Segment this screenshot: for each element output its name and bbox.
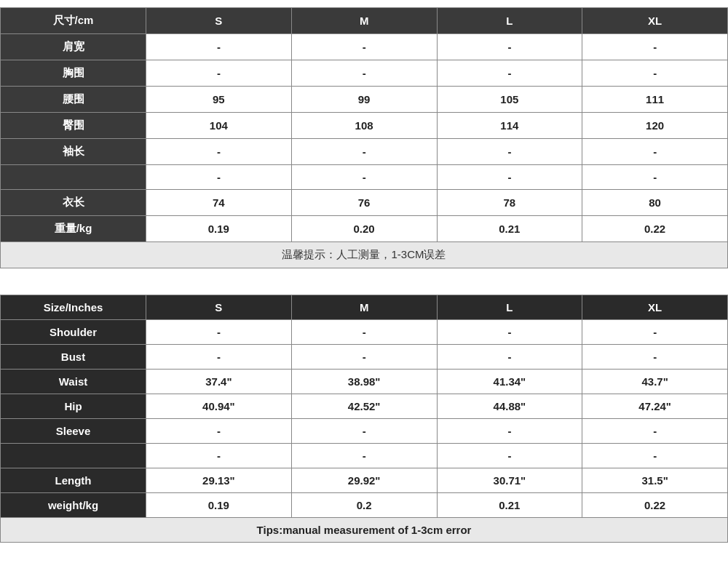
chinese-cell-5-xl: - xyxy=(582,165,728,190)
chinese-data-row: 臀围104108114120 xyxy=(1,113,728,139)
english-cell-7-l: 0.21 xyxy=(437,493,582,518)
english-tip-text: Tips:manual measurement of 1-3cm error xyxy=(1,518,728,543)
english-data-row: Shoulder---- xyxy=(1,320,728,345)
english-row-label: Hip xyxy=(1,394,146,419)
english-row-label: Length xyxy=(1,468,146,493)
chinese-cell-6-s: 74 xyxy=(146,190,292,216)
chinese-tip-row: 温馨提示：人工测量，1-3CM误差 xyxy=(1,242,728,268)
english-data-row: Hip40.94"42.52"44.88"47.24" xyxy=(1,394,728,419)
section-gap xyxy=(0,268,728,282)
chinese-row-label: 衣长 xyxy=(1,190,146,216)
chinese-data-row: 衣长74767880 xyxy=(1,190,728,216)
english-cell-0-m: - xyxy=(291,320,437,345)
chinese-data-row: 肩宽---- xyxy=(1,34,728,60)
chinese-row-label xyxy=(1,165,146,190)
english-cell-4-m: - xyxy=(291,419,437,444)
chinese-cell-1-xl: - xyxy=(582,60,728,87)
chinese-cell-4-s: - xyxy=(146,139,292,165)
english-cell-5-l: - xyxy=(437,444,582,468)
chinese-cell-1-s: - xyxy=(146,60,292,87)
chinese-row-label: 腰围 xyxy=(1,87,146,113)
chinese-cell-0-m: - xyxy=(291,34,437,60)
english-cell-6-l: 30.71" xyxy=(437,468,582,493)
chinese-cell-0-l: - xyxy=(437,34,582,60)
chinese-cell-7-m: 0.20 xyxy=(291,216,437,242)
english-row-label: Sleeve xyxy=(1,419,146,444)
chinese-cell-1-m: - xyxy=(291,60,437,87)
chinese-cell-2-l: 105 xyxy=(437,87,582,113)
english-data-row: Sleeve---- xyxy=(1,419,728,444)
english-cell-1-xl: - xyxy=(582,345,728,370)
chinese-data-row: 袖长---- xyxy=(1,139,728,165)
english-cell-3-xl: 47.24" xyxy=(582,394,728,419)
chinese-row-label: 肩宽 xyxy=(1,34,146,60)
english-cell-1-s: - xyxy=(146,345,292,370)
chinese-cell-6-l: 78 xyxy=(437,190,582,216)
english-header-m: M xyxy=(291,295,437,320)
chinese-data-row: 胸围---- xyxy=(1,60,728,87)
english-cell-0-s: - xyxy=(146,320,292,345)
chinese-header-m: M xyxy=(291,8,437,34)
chinese-cell-7-s: 0.19 xyxy=(146,216,292,242)
english-cell-3-m: 42.52" xyxy=(291,394,437,419)
chinese-cell-6-m: 76 xyxy=(291,190,437,216)
chinese-cell-5-l: - xyxy=(437,165,582,190)
english-cell-5-s: - xyxy=(146,444,292,468)
english-cell-5-xl: - xyxy=(582,444,728,468)
chinese-cell-5-m: - xyxy=(291,165,437,190)
chinese-row-label: 重量/kg xyxy=(1,216,146,242)
english-cell-1-m: - xyxy=(291,345,437,370)
english-cell-1-l: - xyxy=(437,345,582,370)
english-data-row: ---- xyxy=(1,444,728,468)
english-cell-3-l: 44.88" xyxy=(437,394,582,419)
chinese-data-row: 腰围9599105111 xyxy=(1,87,728,113)
english-data-row: Bust---- xyxy=(1,345,728,370)
english-cell-6-s: 29.13" xyxy=(146,468,292,493)
english-cell-6-m: 29.92" xyxy=(291,468,437,493)
english-cell-4-l: - xyxy=(437,419,582,444)
english-row-label: Shoulder xyxy=(1,320,146,345)
chinese-tip-text: 温馨提示：人工测量，1-3CM误差 xyxy=(1,242,728,268)
chinese-cell-3-xl: 120 xyxy=(582,113,728,139)
english-cell-6-xl: 31.5" xyxy=(582,468,728,493)
chinese-row-label: 袖长 xyxy=(1,139,146,165)
english-header-s: S xyxy=(146,295,292,320)
english-header-xl: XL xyxy=(582,295,728,320)
english-header-row: Size/Inches S M L XL xyxy=(1,295,728,320)
chinese-cell-0-s: - xyxy=(146,34,292,60)
chinese-cell-4-m: - xyxy=(291,139,437,165)
english-row-label: weight/kg xyxy=(1,493,146,518)
english-cell-3-s: 40.94" xyxy=(146,394,292,419)
english-data-row: Length29.13"29.92"30.71"31.5" xyxy=(1,468,728,493)
english-row-label: Bust xyxy=(1,345,146,370)
chinese-cell-3-l: 114 xyxy=(437,113,582,139)
chinese-row-label: 臀围 xyxy=(1,113,146,139)
english-row-label: Waist xyxy=(1,370,146,394)
chinese-header-row: 尺寸/cm S M L XL xyxy=(1,8,728,34)
english-data-row: Waist37.4"38.98"41.34"43.7" xyxy=(1,370,728,394)
chinese-cell-2-xl: 111 xyxy=(582,87,728,113)
chinese-data-row: 重量/kg0.190.200.210.22 xyxy=(1,216,728,242)
chinese-header-xl: XL xyxy=(582,8,728,34)
english-tip-row: Tips:manual measurement of 1-3cm error xyxy=(1,518,728,543)
chinese-row-label: 胸围 xyxy=(1,60,146,87)
english-row-label xyxy=(1,444,146,468)
english-cell-4-xl: - xyxy=(582,419,728,444)
english-cell-4-s: - xyxy=(146,419,292,444)
english-cell-7-s: 0.19 xyxy=(146,493,292,518)
chinese-size-table: 尺寸/cm S M L XL 肩宽----胸围----腰围9599105111臀… xyxy=(0,7,728,268)
chinese-cell-4-l: - xyxy=(437,139,582,165)
english-cell-7-m: 0.2 xyxy=(291,493,437,518)
chinese-cell-7-l: 0.21 xyxy=(437,216,582,242)
chinese-header-label: 尺寸/cm xyxy=(1,8,146,34)
english-cell-2-xl: 43.7" xyxy=(582,370,728,394)
english-cell-7-xl: 0.22 xyxy=(582,493,728,518)
english-cell-2-m: 38.98" xyxy=(291,370,437,394)
chinese-cell-3-s: 104 xyxy=(146,113,292,139)
english-cell-0-xl: - xyxy=(582,320,728,345)
chinese-cell-2-m: 99 xyxy=(291,87,437,113)
english-cell-2-s: 37.4" xyxy=(146,370,292,394)
english-cell-2-l: 41.34" xyxy=(437,370,582,394)
chinese-header-s: S xyxy=(146,8,292,34)
english-cell-5-m: - xyxy=(291,444,437,468)
